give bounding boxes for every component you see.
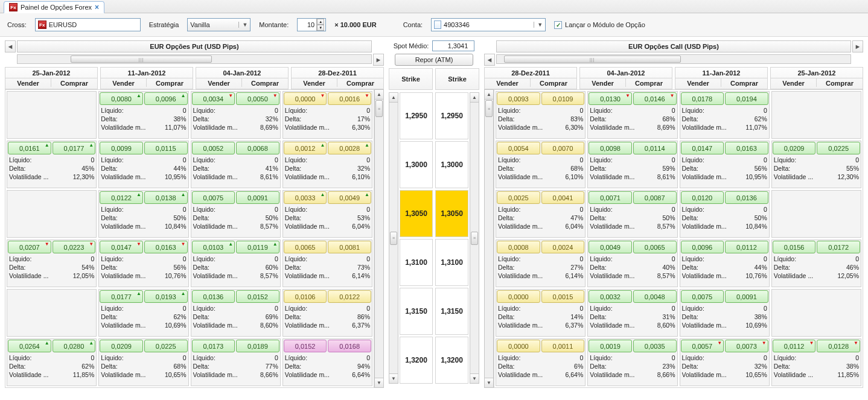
price-button[interactable]: 0,0209: [773, 142, 816, 154]
strike-row[interactable]: 1,32001,3200: [400, 337, 468, 384]
price-button[interactable]: 0,0065: [284, 241, 327, 253]
nav-left-icon[interactable]: ◄: [484, 54, 495, 66]
price-button[interactable]: 0,0115: [144, 142, 188, 154]
call-vscroll[interactable]: ▲ ≡ ▼: [484, 89, 494, 388]
price-button[interactable]: 0,0161▲: [8, 142, 51, 154]
nav-right-icon[interactable]: ►: [373, 54, 384, 66]
price-button[interactable]: 0,0178: [681, 92, 724, 105]
cross-input[interactable]: Fx EURUSD: [35, 18, 141, 31]
price-button[interactable]: 0,0177▲: [100, 290, 143, 303]
price-button[interactable]: 0,0136: [192, 290, 235, 303]
put-hscroll[interactable]: |||: [17, 54, 372, 64]
price-button[interactable]: 0,0091: [236, 191, 279, 204]
price-button[interactable]: 0,0225: [144, 340, 188, 352]
scroll-up-icon[interactable]: ▲: [470, 93, 479, 103]
spin-up-icon[interactable]: ▲: [317, 19, 324, 25]
price-button[interactable]: 0,0012▲: [284, 142, 327, 154]
strike-row[interactable]: 1,30501,3050: [400, 190, 468, 237]
price-button[interactable]: 0,0122: [328, 290, 371, 303]
price-button[interactable]: 0,0103▲: [192, 241, 235, 253]
price-button[interactable]: 0,0138▲: [144, 191, 188, 204]
amount-input[interactable]: 10 ▲ ▼: [297, 18, 326, 31]
price-button[interactable]: 0,0087: [633, 191, 677, 204]
price-button[interactable]: 0,0034▼: [192, 92, 235, 105]
price-button[interactable]: 0,0096▲: [144, 92, 188, 105]
scroll-up-icon[interactable]: ▲: [485, 90, 493, 100]
strategy-select[interactable]: Vanilla ▼: [187, 18, 251, 31]
price-button[interactable]: 0,0147: [681, 142, 724, 154]
price-button[interactable]: 0,0130▼: [589, 92, 632, 105]
price-button[interactable]: 0,0147▼: [100, 241, 143, 253]
price-button[interactable]: 0,0080▲: [100, 92, 143, 105]
price-button[interactable]: 0,0049: [589, 241, 632, 253]
price-button[interactable]: 0,0075: [192, 191, 235, 204]
mid-vscroll-right[interactable]: ▲ ≡ ▼: [470, 92, 479, 384]
price-button[interactable]: 0,0065: [633, 241, 677, 253]
price-button[interactable]: 0,0194: [725, 92, 768, 105]
price-button[interactable]: 0,0011: [541, 340, 585, 352]
price-button[interactable]: 0,0000: [497, 340, 540, 352]
scroll-up-icon[interactable]: ▲: [389, 93, 398, 103]
price-button[interactable]: 0,0035: [633, 340, 677, 352]
price-button[interactable]: 0,0052: [192, 142, 235, 154]
price-button[interactable]: 0,0096: [681, 241, 724, 253]
account-select[interactable]: 4903346 ▼: [431, 18, 546, 31]
price-button[interactable]: 0,0106: [284, 290, 327, 303]
price-button[interactable]: 0,0019: [589, 340, 632, 352]
tab-forex-options[interactable]: Fx Painel de Opções Forex ×: [4, 1, 104, 13]
scroll-down-icon[interactable]: ▼: [470, 373, 479, 383]
price-button[interactable]: 0,0122▲: [100, 191, 143, 204]
price-button[interactable]: 0,0128▼: [817, 340, 860, 352]
price-button[interactable]: 0,0152: [236, 290, 279, 303]
scroll-down-icon[interactable]: ▼: [485, 378, 493, 387]
scroll-up-icon[interactable]: ▲: [375, 90, 383, 100]
strike-row[interactable]: 1,30001,3000: [400, 141, 468, 188]
nav-right-icon[interactable]: ►: [852, 40, 863, 52]
price-button[interactable]: 0,0264▲: [8, 340, 51, 352]
repor-button[interactable]: Repor (ATM): [395, 54, 473, 66]
price-button[interactable]: 0,0054: [497, 142, 540, 154]
price-button[interactable]: 0,0033▲: [284, 191, 327, 204]
nav-left-icon[interactable]: ◄: [5, 40, 16, 52]
launch-checkbox[interactable]: ✓: [554, 21, 562, 29]
price-button[interactable]: 0,0163: [725, 142, 768, 154]
price-button[interactable]: 0,0081: [328, 241, 371, 253]
price-button[interactable]: 0,0032: [589, 290, 632, 303]
price-button[interactable]: 0,0207▼: [8, 241, 51, 253]
price-button[interactable]: 0,0173: [192, 340, 235, 352]
call-hscroll[interactable]: |||: [496, 54, 851, 64]
price-button[interactable]: 0,0024: [541, 241, 585, 253]
price-button[interactable]: 0,0163▼: [144, 241, 188, 253]
strike-row[interactable]: 1,31001,3100: [400, 239, 468, 286]
price-button[interactable]: 0,0070: [541, 142, 585, 154]
price-button[interactable]: 0,0114: [633, 142, 677, 154]
price-button[interactable]: 0,0120: [681, 191, 724, 204]
price-button[interactable]: 0,0177▲: [53, 142, 96, 154]
price-button[interactable]: 0,0146▼: [633, 92, 677, 105]
price-button[interactable]: 0,0193▲: [144, 290, 188, 303]
price-button[interactable]: 0,0225: [817, 142, 860, 154]
price-button[interactable]: 0,0008: [497, 241, 540, 253]
price-button[interactable]: 0,0025: [497, 191, 540, 204]
price-button[interactable]: 0,0049▲: [328, 191, 371, 204]
price-button[interactable]: 0,0280▲: [53, 340, 96, 352]
price-button[interactable]: 0,0000: [497, 290, 540, 303]
price-button[interactable]: 0,0093: [497, 92, 540, 105]
price-button[interactable]: 0,0168: [328, 340, 371, 352]
price-button[interactable]: 0,0016▼: [328, 92, 371, 105]
strike-row[interactable]: 1,29501,2950: [400, 92, 468, 139]
price-button[interactable]: 0,0050▼: [236, 92, 279, 105]
price-button[interactable]: 0,0091: [725, 290, 768, 303]
price-button[interactable]: 0,0073▼: [725, 340, 768, 352]
price-button[interactable]: 0,0015: [541, 290, 585, 303]
price-button[interactable]: 0,0071: [589, 191, 632, 204]
price-button[interactable]: 0,0112▼: [773, 340, 816, 352]
scroll-down-icon[interactable]: ▼: [389, 373, 398, 383]
price-button[interactable]: 0,0189: [236, 340, 279, 352]
scroll-down-icon[interactable]: ▼: [375, 378, 383, 387]
price-button[interactable]: 0,0098: [589, 142, 632, 154]
price-button[interactable]: 0,0152: [284, 340, 327, 352]
price-button[interactable]: 0,0000▼: [284, 92, 327, 105]
price-button[interactable]: 0,0099: [100, 142, 143, 154]
close-icon[interactable]: ×: [95, 3, 99, 11]
